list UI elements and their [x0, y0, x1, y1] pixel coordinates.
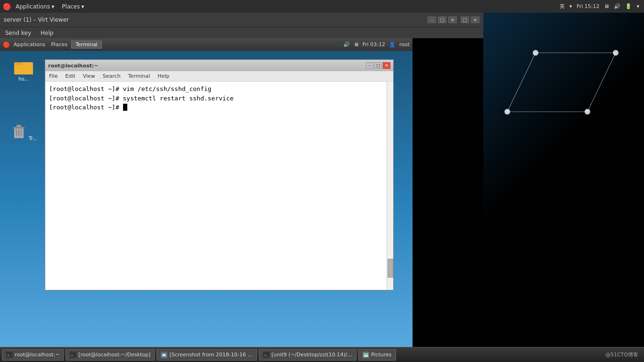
svg-line-7 [587, 53, 616, 112]
guest-screen-icon: 🖥 [354, 41, 359, 48]
terminal-task-icon: >_ [6, 352, 13, 358]
svg-point-2 [504, 109, 510, 115]
term-edit-menu[interactable]: Edit [63, 73, 77, 80]
host-screen-icon: 🖥 [604, 3, 609, 9]
terminal-maximize-button[interactable]: □ [374, 62, 382, 69]
guest-user-icon: 👤 [389, 41, 396, 48]
host-corner-branding: @51CTO博客 [605, 351, 642, 358]
host-task-pictures-btn[interactable]: Pictures [358, 349, 396, 361]
terminal-task-icon-2: >_ [70, 352, 76, 358]
guest-fedora-icon: 🔴 [3, 41, 10, 48]
virt-viewer-close-button[interactable]: ✕ [448, 16, 457, 23]
svg-text:>_: >_ [71, 353, 76, 358]
svg-text:>_: >_ [7, 353, 12, 358]
virt-viewer-title: server (1) – Virt Viewer [4, 16, 69, 23]
svg-rect-15 [13, 127, 25, 129]
terminal-close-button[interactable]: ✕ [383, 62, 390, 69]
virt-viewer-maximize-button[interactable]: □ [438, 16, 446, 23]
guest-terminal-label: Terminal [75, 41, 98, 48]
terminal-content[interactable]: [root@localhost ~]# vim /etc/ssh/sshd_co… [45, 82, 393, 290]
svg-point-1 [613, 50, 619, 56]
host-places-label: Places [62, 3, 80, 10]
host-task-desktop-btn[interactable]: >_ [root@localhost:~/Desktop] [66, 349, 155, 361]
svg-line-6 [507, 53, 536, 112]
terminal-line-3: [root@localhost ~]# [49, 103, 389, 112]
terminal-window: root@localhost:~ – □ ✕ File Edit View Se… [45, 59, 394, 290]
svg-line-8 [587, 53, 616, 112]
term-help-menu[interactable]: Help [156, 73, 171, 80]
guest-user-label: root [399, 41, 410, 48]
host-task-unit9-label: [unit9 (~/Desktop/zzl(10.14)/... [272, 352, 352, 358]
virt-viewer-restore-button[interactable]: □ [461, 16, 469, 23]
guest-terminal-tab[interactable]: Terminal [71, 41, 102, 49]
terminal-line-1: [root@localhost ~]# vim /etc/ssh/sshd_co… [49, 84, 389, 94]
terminal-minimize-button[interactable]: – [366, 62, 373, 69]
guest-speaker-icon: 🔊 [343, 41, 350, 48]
term-search-menu[interactable]: Search [101, 73, 123, 80]
desktop-folder-icon[interactable]: ho... [9, 59, 38, 82]
guest-topbar-left: 🔴 Applications Places Terminal [3, 41, 102, 49]
virt-viewer-title-buttons: – □ ✕ □ ✕ [428, 16, 479, 23]
folder-svg [14, 59, 33, 74]
desktop-decoration [479, 13, 644, 362]
host-lang-arrow: ▾ [570, 3, 572, 9]
guest-applications-menu[interactable]: Applications [12, 41, 47, 48]
desktop-trash-icon[interactable]: Tr... [9, 123, 38, 141]
fedora-icon: 🔴 [3, 3, 11, 10]
trash-label: Tr... [29, 136, 37, 141]
virt-viewer-menubar: Send key Help [0, 27, 483, 38]
terminal-titlebar: root@localhost:~ – □ ✕ [45, 60, 393, 71]
guest-topbar: 🔴 Applications Places Terminal 🔊 [0, 38, 413, 51]
svg-text:>_: >_ [264, 353, 269, 358]
host-lang: 英 [560, 3, 565, 10]
host-speaker-icon: 🔊 [614, 3, 620, 9]
virt-viewer-minimize-button[interactable]: – [428, 16, 436, 23]
terminal-title: root@localhost:~ [48, 63, 99, 69]
help-menu[interactable]: Help [38, 29, 56, 37]
guest-desktop: 🔴 Applications Places Terminal 🔊 [0, 38, 413, 362]
host-task-screenshot-label: [Screenshot from 2018-10-16 ... [169, 352, 252, 358]
virt-viewer-close2-button[interactable]: ✕ [471, 16, 479, 23]
host-battery-icon: 🔋 [625, 3, 632, 9]
host-applications-label: Applications [16, 3, 50, 10]
host-taskbar: >_ root@localhost:~ >_ [root@localhost:~… [0, 347, 644, 362]
host-topbar: 🔴 Applications ▾ Places ▾ 英 ▾ Fri 15:12 … [0, 0, 644, 13]
svg-point-26 [163, 354, 165, 356]
host-task-root-btn[interactable]: >_ root@localhost:~ [2, 349, 64, 361]
send-key-menu[interactable]: Send key [3, 29, 33, 37]
terminal-scrollbar[interactable] [387, 82, 393, 290]
host-clock: Fri 15:12 [577, 3, 599, 9]
host-task-root-label: root@localhost:~ [15, 352, 59, 358]
virt-viewer-content[interactable]: 🔴 Applications Places Terminal 🔊 [0, 38, 483, 362]
trash-svg [10, 123, 27, 140]
svg-rect-12 [14, 64, 33, 74]
terminal-menubar: File Edit View Search Terminal Help [45, 71, 393, 82]
host-task-desktop-label: [root@localhost:~/Desktop] [78, 352, 150, 358]
guest-clock: Fri 03:12 [363, 41, 385, 48]
host-desktop: server (1) – Virt Viewer – □ ✕ □ ✕ [0, 13, 644, 362]
virt-viewer-window: server (1) – Virt Viewer – □ ✕ □ ✕ [0, 13, 483, 362]
svg-rect-16 [17, 125, 21, 127]
host-places-arrow: ▾ [82, 3, 84, 10]
host-task-pictures-label: Pictures [371, 352, 392, 358]
virt-viewer-titlebar: server (1) – Virt Viewer – □ ✕ □ ✕ [0, 13, 483, 27]
virt-viewer-black-area [413, 38, 483, 362]
term-file-menu[interactable]: File [47, 73, 59, 80]
host-applications-menu[interactable]: Applications ▾ [13, 2, 57, 11]
term-view-menu[interactable]: View [81, 73, 97, 80]
host-settings-arrow: ▾ [636, 3, 639, 9]
guest-topbar-right: 🔊 🖥 Fri 03:12 👤 root [343, 41, 410, 48]
terminal-line-2: [root@localhost ~]# systemctl restart ss… [49, 94, 389, 103]
scrollbar-thumb[interactable] [388, 259, 393, 278]
term-terminal-menu[interactable]: Terminal [126, 73, 152, 80]
host-applications-arrow: ▾ [51, 3, 54, 10]
host-topbar-left: 🔴 Applications ▾ Places ▾ [0, 2, 87, 11]
svg-point-0 [533, 50, 538, 56]
guest-applications-label: Applications [14, 41, 45, 48]
svg-rect-13 [14, 62, 23, 65]
host-task-screenshot-btn[interactable]: [Screenshot from 2018-10-16 ... [157, 349, 256, 361]
guest-places-menu[interactable]: Places [49, 41, 69, 48]
host-task-unit9-btn[interactable]: >_ [unit9 (~/Desktop/zzl(10.14)/... [259, 349, 356, 361]
host-places-menu[interactable]: Places ▾ [59, 2, 87, 11]
guest-places-label: Places [51, 41, 67, 48]
